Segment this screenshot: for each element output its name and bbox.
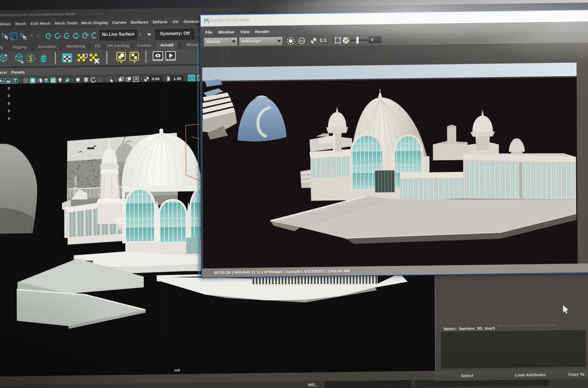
panel-image-a-icon[interactable] bbox=[0, 78, 5, 84]
shelf-separator bbox=[106, 51, 107, 64]
shadows-sphere-icon[interactable] bbox=[75, 77, 81, 83]
arnold-menu-window[interactable]: Window bbox=[218, 30, 234, 35]
snap-curve-icon[interactable] bbox=[52, 31, 61, 40]
shelf-tab-rigging[interactable]: Rigging bbox=[7, 44, 32, 51]
ai-skydome-light-icon[interactable] bbox=[25, 53, 36, 65]
panel-image-b-icon[interactable] bbox=[5, 78, 11, 84]
toolbar-separator[interactable] bbox=[37, 30, 39, 41]
debug-slider-track[interactable] bbox=[350, 40, 368, 41]
maya-menu-surfaces[interactable]: Surfaces bbox=[131, 20, 148, 25]
shaded-mode-icon[interactable] bbox=[30, 78, 36, 84]
arnold-render-view-icon[interactable] bbox=[61, 52, 73, 64]
maya-menu-mesh-display[interactable]: Mesh Display bbox=[81, 20, 108, 25]
ai-mesh-light-icon[interactable] bbox=[38, 52, 49, 64]
gamma-icon[interactable] bbox=[164, 76, 171, 82]
maya-menu-deform[interactable]: Deform bbox=[153, 19, 168, 25]
maya-menu-mesh[interactable]: Mesh bbox=[15, 21, 26, 26]
render-right-block bbox=[463, 152, 576, 201]
notes-text-field[interactable] bbox=[441, 330, 586, 369]
select-object-button-icon[interactable] bbox=[10, 32, 18, 40]
cancel-render-icon[interactable] bbox=[88, 51, 100, 64]
rgb-channels-icon[interactable]: RGB bbox=[298, 37, 305, 44]
wireframe-mode-icon[interactable] bbox=[23, 78, 29, 84]
snap-projected-center-icon[interactable] bbox=[71, 31, 80, 40]
isolate-a-icon[interactable] bbox=[118, 76, 124, 82]
motion-blur-ring-icon[interactable] bbox=[90, 77, 96, 83]
symmetry-dropdown-icon[interactable] bbox=[147, 33, 151, 36]
arnold-menu-view[interactable]: View bbox=[240, 29, 250, 34]
camera-combo[interactable]: leftShape bbox=[239, 37, 283, 46]
ipr-render-view-icon[interactable] bbox=[152, 51, 163, 63]
snap-grid-icon[interactable] bbox=[43, 32, 52, 41]
arnold-status-text: 00:00:28 | 960x540 (1:1) | leftShape | s… bbox=[214, 268, 350, 275]
maya-menu-edit-mesh[interactable]: Edit Mesh bbox=[31, 21, 51, 26]
wire-on-shaded-icon[interactable] bbox=[50, 77, 56, 84]
symmetry-field[interactable]: Symmetry: Off bbox=[155, 29, 194, 40]
viewport-menu-panels[interactable]: Panels bbox=[11, 70, 25, 75]
exposure-pie-icon[interactable] bbox=[144, 76, 150, 82]
shelf-tab-ng[interactable]: ng bbox=[0, 44, 7, 52]
arnold-menu-render[interactable]: Render bbox=[255, 29, 269, 34]
aperture-icon[interactable] bbox=[342, 36, 350, 44]
snapshot-icon[interactable] bbox=[286, 37, 295, 45]
aov-combo[interactable]: Beauty bbox=[204, 37, 238, 47]
zoom-ratio-button[interactable]: 1:1 bbox=[320, 37, 326, 43]
shelf-tab-custom[interactable]: Custom bbox=[133, 42, 155, 50]
crop-region-icon[interactable] bbox=[334, 37, 342, 44]
maya-menu-curves[interactable]: Curves bbox=[112, 20, 127, 25]
play-render-icon[interactable] bbox=[165, 51, 176, 63]
shelf-separator bbox=[145, 51, 146, 63]
toolbar-separator[interactable] bbox=[30, 31, 33, 41]
copy-tab-button[interactable]: Copy Ta bbox=[562, 369, 588, 379]
mel-label[interactable]: MEL bbox=[308, 382, 317, 387]
panel-text-icon[interactable] bbox=[12, 78, 18, 84]
ai-standin-export-icon[interactable] bbox=[13, 53, 25, 65]
snap-view-plane-icon[interactable] bbox=[80, 31, 89, 40]
ao-cylinder-icon[interactable] bbox=[83, 77, 89, 83]
isolate-b-icon[interactable] bbox=[126, 76, 132, 82]
on-toggle-icon[interactable]: ON bbox=[188, 75, 195, 82]
maya-menu-uv[interactable]: UV bbox=[173, 19, 179, 24]
toolbar-separator[interactable] bbox=[139, 29, 141, 40]
shelf-tab-fx-caching[interactable]: FX Caching bbox=[105, 43, 132, 50]
inactive-toggle-icon[interactable] bbox=[97, 77, 103, 83]
select-button[interactable]: Select bbox=[436, 370, 498, 381]
slider-value-box[interactable]: 0 bbox=[369, 36, 381, 44]
textured-sphere-icon[interactable] bbox=[37, 77, 43, 84]
arnold-rendered-image[interactable] bbox=[202, 63, 578, 268]
ai-textures-flyout-icon[interactable] bbox=[128, 51, 140, 63]
select-tool-icon[interactable] bbox=[107, 77, 113, 83]
ae-toggle-pie-icon[interactable] bbox=[310, 37, 317, 44]
maya-menu-dows[interactable]: dows bbox=[0, 22, 11, 27]
load-attributes-button[interactable]: Load Attributes bbox=[499, 370, 562, 380]
fullscreen-arrow-icon[interactable] bbox=[133, 76, 139, 82]
shelf-tab-rendering[interactable]: Rendering bbox=[63, 43, 89, 51]
svg-text:RGB: RGB bbox=[300, 40, 304, 42]
lighting-bulb-icon[interactable] bbox=[57, 77, 63, 83]
snap-point-icon[interactable] bbox=[61, 31, 71, 40]
maya-menu-generat[interactable]: Generat bbox=[184, 19, 200, 24]
shelf-tab-fx[interactable]: FX bbox=[92, 43, 104, 50]
debug-slider-handle[interactable] bbox=[356, 37, 359, 44]
arnold-window-title: Arnold RenderView bbox=[210, 18, 249, 23]
ai-standin-create-icon[interactable] bbox=[0, 53, 9, 65]
ai-lights-flyout-icon[interactable] bbox=[115, 51, 127, 63]
shelf-tab-bifrost[interactable]: Bifrost bbox=[182, 41, 202, 49]
gamma-value[interactable]: 1.00 bbox=[171, 75, 184, 82]
command-input[interactable] bbox=[325, 380, 412, 388]
render-sequence-icon[interactable] bbox=[76, 52, 88, 64]
make-live-icon[interactable] bbox=[89, 31, 98, 40]
maya-menu-mesh-tools[interactable]: Mesh Tools bbox=[55, 20, 78, 26]
arnold-menu-file[interactable]: File bbox=[205, 30, 213, 35]
shelf-tab-animation[interactable]: Animation bbox=[35, 43, 60, 51]
notes-value: barriere_3D_tour5 bbox=[459, 326, 495, 331]
select-hierarchy-button-icon[interactable] bbox=[1, 32, 9, 40]
select-component-button-icon[interactable] bbox=[19, 32, 27, 40]
toolbar-separator[interactable] bbox=[197, 29, 200, 39]
shelf-tab-arnold[interactable]: Arnold bbox=[156, 42, 178, 50]
exposure-value[interactable]: 0.00 bbox=[149, 76, 162, 82]
textured-cube-icon[interactable] bbox=[43, 77, 50, 84]
live-surface-field[interactable]: No Live Surface bbox=[99, 30, 137, 41]
viewport-menu-renderer[interactable]: erer bbox=[0, 70, 7, 75]
paint-swoosh-icon[interactable] bbox=[64, 77, 70, 83]
